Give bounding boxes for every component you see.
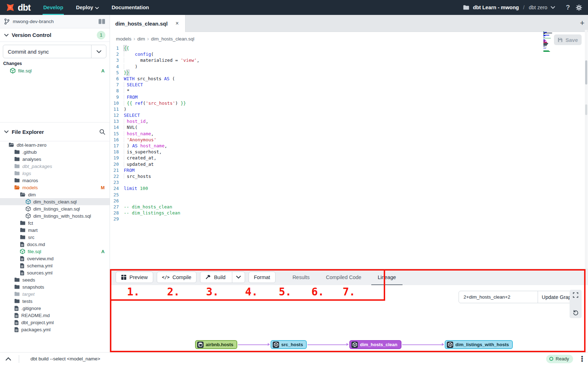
tab-results[interactable]: Results: [293, 269, 310, 285]
preview-button[interactable]: Preview: [116, 272, 153, 283]
lineage-node-label: dim_listings_with_hosts: [455, 342, 509, 347]
line-number: 11: [110, 106, 124, 112]
tree-item-analyses[interactable]: analyses: [0, 156, 110, 163]
format-button[interactable]: Format: [249, 272, 276, 283]
tree-item-docs-md[interactable]: docs.md: [0, 241, 110, 248]
tree-item-label: mart: [28, 228, 110, 233]
lineage-node-src-hosts[interactable]: src_hosts: [271, 340, 307, 349]
tree-item-dbt-packages[interactable]: dbt_packages: [0, 163, 110, 170]
editor-scrollbar[interactable]: [585, 30, 588, 268]
build-button[interactable]: Build: [200, 272, 245, 283]
folder-icon: [14, 292, 20, 296]
lineage-controls: [570, 290, 582, 318]
breadcrumb-item[interactable]: models: [116, 36, 132, 42]
editor-tabbar: dim_hosts_clean.sql × +: [110, 15, 588, 32]
tree-item-label: file.sql: [28, 249, 110, 254]
compile-button[interactable]: </>Compile: [157, 272, 197, 283]
editor-minimap[interactable]: [543, 31, 554, 53]
docs-columns-icon[interactable]: [98, 19, 105, 24]
tab-dim-hosts-clean[interactable]: dim_hosts_clean.sql ×: [110, 15, 185, 32]
code-text: WITH src_hosts AS (: [124, 76, 175, 82]
model-cube-icon: [447, 342, 453, 348]
reset-view-icon[interactable]: [573, 310, 579, 316]
tree-item-label: dbt_project.yml: [21, 320, 110, 325]
tree-item-label: dim_hosts_clean.sql: [33, 199, 110, 205]
tree-item-src[interactable]: src: [0, 234, 110, 241]
help-icon[interactable]: ?: [564, 4, 572, 11]
code-line: 8 *: [110, 88, 588, 94]
command-input[interactable]: dbt build --select <model_name>: [19, 356, 546, 361]
tree-item-dim-hosts-clean-sql[interactable]: dim_hosts_clean.sql: [0, 198, 110, 205]
tree-item-models[interactable]: modelsM: [0, 184, 110, 191]
settings-gear-icon[interactable]: [576, 4, 582, 11]
minimap-line: [543, 36, 545, 36]
tree-item-label: target: [22, 292, 110, 297]
commit-options-chevron[interactable]: [91, 45, 106, 58]
tree-item--gitignore[interactable]: .gitignore: [0, 305, 110, 312]
file-explorer-header[interactable]: File Explorer: [0, 122, 110, 141]
tree-item-seeds[interactable]: seeds: [0, 276, 110, 283]
tree-item-dim-listings-with-hosts-sql[interactable]: dim_listings_with_hosts.sql: [0, 212, 110, 219]
changed-file-row[interactable]: file.sql A: [0, 67, 110, 75]
code-text: ) AS host_name,: [124, 143, 167, 149]
breadcrumb-item[interactable]: dim: [137, 36, 145, 42]
new-tab-icon[interactable]: +: [580, 18, 584, 28]
lineage-selector-input[interactable]: 2+dim_hosts_clean+2: [459, 291, 538, 303]
lineage-node-airbnb-hosts[interactable]: airbnb.hosts: [195, 340, 237, 349]
code-text: *: [124, 88, 129, 94]
code-text: created_at,: [124, 155, 156, 161]
tree-item-target[interactable]: target: [0, 290, 110, 298]
command-panel-chevron-up-icon[interactable]: [0, 357, 19, 361]
tree-item-tests[interactable]: tests: [0, 298, 110, 305]
line-number: 5: [110, 70, 124, 76]
tab-close-icon[interactable]: ×: [174, 20, 180, 27]
tree-item-fct[interactable]: fct: [0, 219, 110, 227]
kebab-menu-icon[interactable]: •••: [581, 356, 588, 362]
lineage-node-dim-listings-with-hosts[interactable]: dim_listings_with_hosts: [445, 340, 513, 349]
code-text: SELECT: [124, 112, 140, 118]
dbt-logo[interactable]: dbt: [0, 0, 37, 15]
tree-item-overview-md[interactable]: overview.md: [0, 255, 110, 262]
lineage-canvas[interactable]: 2+dim_hosts_clean+2 Update Graph airbnb.…: [110, 285, 588, 351]
tree-item-dim[interactable]: dim: [0, 191, 110, 198]
tree-item-macros[interactable]: macros: [0, 177, 110, 184]
tree-item-mart[interactable]: mart: [0, 227, 110, 234]
tree-item-readme-md[interactable]: README.md: [0, 312, 110, 319]
tree-item-label: packages.yml: [21, 327, 110, 332]
code-text: FROM: [124, 94, 138, 100]
lineage-node-dim-hosts-clean[interactable]: dim_hosts_clean: [349, 340, 401, 349]
environment-chevron-down-icon[interactable]: [551, 6, 555, 9]
build-options-chevron[interactable]: [232, 272, 245, 283]
tree-item-file-sql[interactable]: file.sqlA: [0, 248, 110, 255]
code-editor[interactable]: 1{{2 config(3 materialized = 'view',4 )5…: [110, 45, 588, 269]
breadcrumb-item[interactable]: dim_hosts_clean.sql: [151, 36, 194, 42]
tab-lineage[interactable]: Lineage: [378, 269, 396, 285]
search-icon[interactable]: [99, 129, 105, 135]
changed-file-name: file.sql: [18, 68, 99, 73]
tree-item--github[interactable]: .github: [0, 148, 110, 156]
scrollbar-thumb[interactable]: [585, 60, 587, 85]
tree-item-snapshots[interactable]: snapshots: [0, 283, 110, 290]
tree-item-dim-listings-clean-sql[interactable]: dim_listings_clean.sql: [0, 205, 110, 212]
version-control-header[interactable]: Version Control 1: [0, 28, 110, 42]
fullscreen-icon[interactable]: [573, 292, 578, 298]
tree-item-logs[interactable]: logs: [0, 170, 110, 177]
git-branch-icon: [4, 18, 10, 24]
tab-compiled-code[interactable]: Compiled Code: [326, 269, 361, 285]
tree-item-schema-yml[interactable]: schema.yml: [0, 262, 110, 269]
line-number: 8: [110, 88, 124, 94]
nav-item-develop[interactable]: Develop: [37, 0, 70, 15]
line-number: 2: [110, 51, 124, 57]
tree-item-dbt-project-yml[interactable]: dbt_project.yml: [0, 319, 110, 326]
commit-and-sync-button[interactable]: Commit and sync: [3, 45, 106, 58]
tree-item-dbt-learn-zero[interactable]: dbt-learn-zero: [0, 141, 110, 148]
save-button[interactable]: Save: [554, 34, 582, 45]
nav-item-documentation[interactable]: Documentation: [105, 0, 156, 15]
tree-item-sources-yml[interactable]: sources.yml: [0, 269, 110, 276]
line-number: 24: [110, 185, 124, 191]
project-name[interactable]: dbt Learn - mwong: [473, 5, 519, 10]
environment-name[interactable]: dbt zero: [529, 5, 547, 10]
nav-item-deploy[interactable]: Deploy: [70, 0, 105, 15]
tree-item-packages-yml[interactable]: packages.yml: [0, 326, 110, 333]
branch-name[interactable]: mwong-dev-branch: [13, 19, 95, 24]
